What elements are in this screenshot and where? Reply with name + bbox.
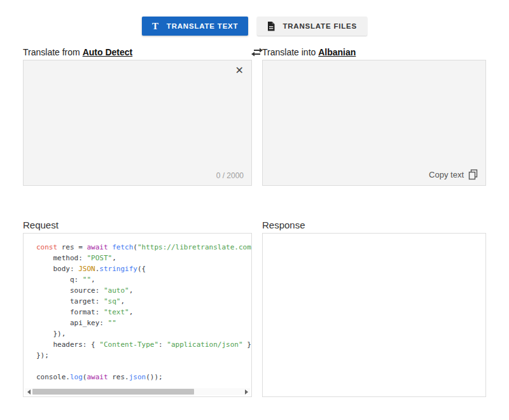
api-area: Request Response const res = await fetch… — [23, 219, 486, 397]
translate-text-tab-label: TRANSLATE TEXT — [167, 22, 239, 30]
request-code: const res = await fetch("https://libretr… — [24, 234, 251, 382]
translate-files-tab-label: TRANSLATE FILES — [282, 22, 357, 30]
scroll-left-arrow-icon — [27, 389, 31, 395]
panel-gap — [252, 233, 262, 397]
target-text-panel: Copy text — [262, 60, 486, 186]
target-language-selector[interactable]: Albanian — [318, 47, 356, 57]
copy-text-label: Copy text — [429, 170, 464, 179]
scroll-left-button[interactable] — [25, 388, 32, 395]
source-language-selector[interactable]: Auto Detect — [83, 47, 133, 57]
panel-gap — [252, 219, 262, 233]
scrollbar-thumb[interactable] — [32, 389, 194, 395]
panel-gap — [252, 59, 262, 186]
libretranslate-page: T TRANSLATE TEXT TRANSLATE FILES Transla… — [0, 0, 509, 420]
source-language-label: Translate from Auto Detect — [23, 46, 252, 59]
copy-icon — [468, 169, 478, 180]
swap-horizontal-icon — [251, 48, 263, 57]
text-icon: T — [152, 22, 159, 31]
horizontal-scrollbar — [25, 388, 250, 395]
char-counter: 0 / 2000 — [216, 171, 244, 180]
response-content — [263, 234, 485, 342]
scroll-right-arrow-icon — [245, 389, 248, 395]
response-panel — [262, 233, 486, 397]
swap-languages-button[interactable] — [252, 46, 262, 59]
target-language-label: Translate into Albanian — [262, 46, 486, 59]
file-icon — [267, 22, 275, 31]
clear-source-button[interactable]: ✕ — [235, 66, 244, 76]
translate-area: Translate from Auto Detect Translate int… — [23, 46, 486, 186]
copy-text-button[interactable]: Copy text — [429, 169, 478, 180]
request-title: Request — [23, 219, 252, 232]
translation-output — [263, 60, 485, 169]
scroll-right-button[interactable] — [242, 388, 250, 395]
target-label-prefix: Translate into — [262, 47, 318, 57]
source-label-prefix: Translate from — [23, 47, 83, 57]
scrollbar-track[interactable] — [32, 389, 242, 395]
source-text-panel: ✕ 0 / 2000 — [23, 60, 252, 186]
request-code-panel: const res = await fetch("https://libretr… — [23, 233, 252, 397]
mode-tabs: T TRANSLATE TEXT TRANSLATE FILES — [0, 0, 509, 36]
source-text-input[interactable] — [24, 60, 251, 169]
translate-files-tab[interactable]: TRANSLATE FILES — [257, 17, 367, 36]
response-title: Response — [262, 219, 486, 232]
close-icon: ✕ — [235, 65, 244, 76]
translate-text-tab[interactable]: T TRANSLATE TEXT — [142, 17, 248, 36]
